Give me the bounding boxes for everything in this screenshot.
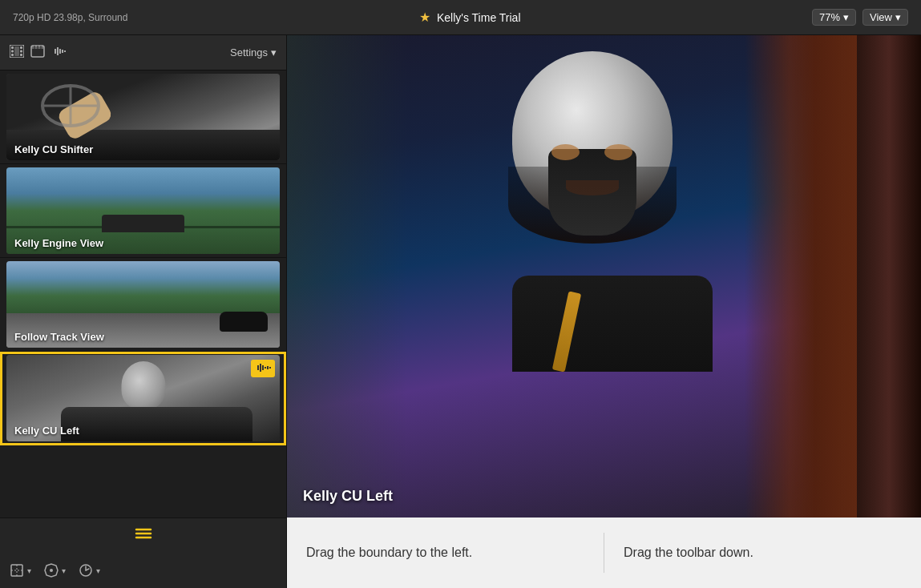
main-layout: Settings ▾ — [0, 35, 921, 588]
settings-label: Settings — [230, 46, 268, 58]
zoom-value: 77% — [819, 11, 840, 23]
view-label: View — [870, 11, 892, 23]
clip-item-kelly-cu-shifter[interactable]: Kelly CU Shifter — [0, 70, 286, 164]
clip-icon[interactable] — [30, 45, 45, 61]
svg-rect-1 — [11, 46, 14, 49]
clip-item-kelly-cu-left[interactable]: Kelly CU Left — [0, 352, 286, 445]
eyes-area — [539, 138, 645, 167]
star-icon: ★ — [419, 10, 430, 25]
clip-label-kelly-cu-shifter: Kelly CU Shifter — [14, 143, 93, 155]
view-dropdown[interactable]: View ▾ — [862, 9, 908, 26]
clip-label-follow-track-view: Follow Track View — [14, 331, 104, 343]
zoom-dropdown[interactable]: 77% ▾ — [812, 9, 856, 26]
hint-left: Drag the boundary to the left. — [287, 533, 604, 573]
clip-thumbnail-kelly-cu-shifter: Kelly CU Shifter — [6, 74, 280, 160]
left-panel-bottom — [0, 518, 286, 553]
zoom-chevron-icon: ▾ — [843, 11, 849, 23]
viewer-clip-label: Kelly CU Left — [303, 488, 393, 505]
transform-tool[interactable]: ▾ — [44, 563, 66, 578]
outside-blur — [745, 35, 857, 553]
hint-right-text: Drag the toolbar down. — [624, 546, 753, 559]
car-interior — [745, 35, 921, 553]
filmstrip-icon[interactable] — [10, 45, 24, 61]
clip-item-kelly-engine-view[interactable]: Kelly Engine View — [0, 164, 286, 258]
helmet — [504, 51, 681, 244]
list-view-icon[interactable] — [135, 526, 152, 545]
hint-area: Drag the boundary to the left. Drag the … — [287, 518, 921, 588]
clip-label-kelly-cu-left: Kelly CU Left — [14, 425, 79, 437]
crop-tool[interactable]: ▾ — [10, 563, 31, 578]
project-title-area: ★ Kelly's Time Trial — [419, 10, 521, 25]
settings-button[interactable]: Settings ▾ — [230, 46, 277, 58]
thumb-car-shape — [220, 312, 268, 332]
speed-tool[interactable]: ▾ — [79, 563, 100, 578]
project-title: Kelly's Time Trial — [437, 11, 521, 24]
svg-rect-6 — [20, 54, 22, 56]
transform-chevron-icon: ▾ — [62, 566, 66, 575]
top-bar: 720p HD 23.98p, Surround ★ Kelly's Time … — [0, 0, 921, 35]
tech-spec: 720p HD 23.98p, Surround — [13, 12, 127, 23]
driver-area — [472, 51, 713, 372]
clip-thumbnail-kelly-cu-left: Kelly CU Left — [6, 355, 280, 441]
clip-thumbnail-kelly-engine-view: Kelly Engine View — [6, 167, 280, 254]
car-pillar — [857, 35, 921, 553]
clip-item-follow-track-view[interactable]: Follow Track View — [0, 258, 286, 352]
waveform-icon[interactable] — [51, 45, 67, 61]
right-panel: Kelly CU Left ▶ 00:00:33:08 — [287, 35, 921, 588]
racing-suit — [496, 244, 713, 372]
view-chevron-icon: ▾ — [895, 11, 901, 23]
svg-rect-32 — [11, 565, 22, 576]
svg-point-35 — [50, 569, 53, 572]
clip-thumbnail-follow-track-view: Follow Track View — [6, 261, 280, 348]
mouth — [566, 180, 619, 195]
settings-chevron-icon: ▾ — [271, 46, 277, 58]
suit-body — [512, 276, 713, 372]
video-viewer[interactable]: Kelly CU Left — [287, 35, 921, 553]
clip-list: Kelly CU Shifter Kelly Engine View — [0, 70, 286, 518]
browser-toolbar: Settings ▾ — [0, 35, 286, 70]
speed-chevron-icon: ▾ — [96, 566, 100, 575]
svg-rect-2 — [11, 50, 14, 52]
left-panel: Settings ▾ — [0, 35, 287, 588]
svg-rect-7 — [14, 46, 19, 56]
bg-left — [287, 35, 407, 553]
clip-badge-kelly-cu-left — [251, 360, 275, 377]
bottom-toolbar: ▾ ▾ ▾ — [0, 553, 286, 588]
hint-left-text: Drag the boundary to the left. — [306, 546, 472, 559]
hint-right: Drag the toolbar down. — [604, 533, 921, 573]
svg-rect-5 — [20, 50, 22, 52]
racing-scene-bg: Kelly CU Left — [287, 35, 921, 553]
svg-rect-3 — [11, 54, 14, 56]
svg-rect-4 — [20, 46, 22, 49]
clip-label-kelly-engine-view: Kelly Engine View — [14, 237, 103, 249]
crop-chevron-icon: ▾ — [27, 566, 31, 575]
top-bar-controls: 77% ▾ View ▾ — [812, 9, 908, 26]
